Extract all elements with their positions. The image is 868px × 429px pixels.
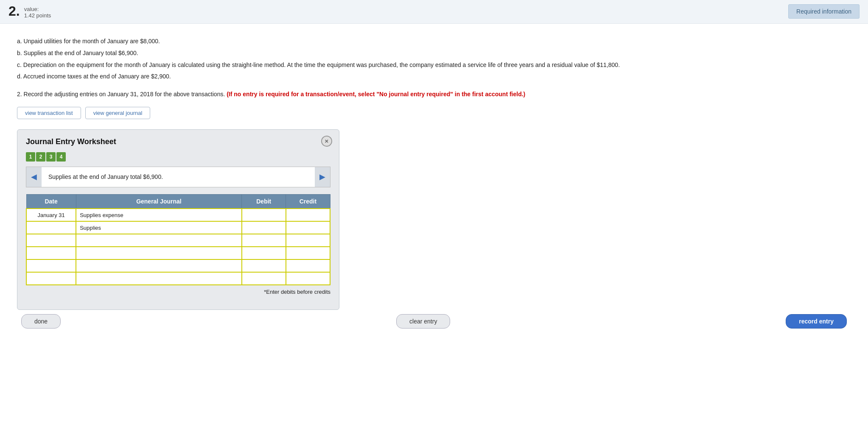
credit-cell-1[interactable] xyxy=(286,209,330,221)
table-row xyxy=(26,247,330,259)
points-value: 1.42 points xyxy=(24,12,51,19)
credit-cell-6[interactable] xyxy=(286,272,330,285)
points-info: value: 1.42 points xyxy=(24,4,51,19)
debit-cell-1[interactable] xyxy=(242,209,286,221)
record-entry-button[interactable]: record entry xyxy=(786,314,847,329)
nav-container: ◀ Supplies at the end of January total $… xyxy=(26,167,330,188)
account-cell-4[interactable] xyxy=(76,247,242,259)
step-tab-4[interactable]: 4 xyxy=(56,152,66,162)
credit-cell-5[interactable] xyxy=(286,259,330,272)
debit-cell-4[interactable] xyxy=(242,247,286,259)
instruction-d: d. Accrued income taxes at the end of Ja… xyxy=(17,72,851,82)
action-buttons: view transaction list view general journ… xyxy=(17,107,851,119)
step-tab-1[interactable]: 1 xyxy=(26,152,35,162)
main-content: a. Unpaid utilities for the month of Jan… xyxy=(0,24,868,337)
account-cell-6[interactable] xyxy=(76,272,242,285)
clear-entry-button[interactable]: clear entry xyxy=(396,314,450,329)
credit-cell-3[interactable] xyxy=(286,234,330,247)
done-button[interactable]: done xyxy=(21,314,61,329)
table-row xyxy=(26,234,330,247)
table-row: January 31 Supplies expense xyxy=(26,209,330,221)
account-cell-5[interactable] xyxy=(76,259,242,272)
view-transaction-list-button[interactable]: view transaction list xyxy=(17,107,81,119)
value-label: value: xyxy=(24,6,51,12)
date-cell-2 xyxy=(26,221,76,234)
date-cell-1: January 31 xyxy=(26,209,76,221)
debit-cell-5[interactable] xyxy=(242,259,286,272)
account-cell-1[interactable]: Supplies expense xyxy=(76,209,242,221)
step-tabs: 1 2 3 4 xyxy=(26,152,330,162)
account-cell-3[interactable] xyxy=(76,234,242,247)
view-general-journal-button[interactable]: view general journal xyxy=(85,107,151,119)
nav-next-button[interactable]: ▶ xyxy=(315,167,330,187)
debit-cell-3[interactable] xyxy=(242,234,286,247)
close-button[interactable]: × xyxy=(321,136,332,147)
nav-prev-button[interactable]: ◀ xyxy=(26,167,42,187)
table-header-row: Date General Journal Debit Credit xyxy=(26,195,330,209)
date-cell-4 xyxy=(26,247,76,259)
step-tab-2[interactable]: 2 xyxy=(36,152,45,162)
required-information-button[interactable]: Required information xyxy=(788,4,860,19)
date-header: Date xyxy=(26,195,76,209)
table-row xyxy=(26,259,330,272)
journal-table: Date General Journal Debit Credit Januar… xyxy=(26,194,330,285)
enter-note: *Enter debits before credits xyxy=(26,289,330,295)
question-instruction: 2. Record the adjusting entries on Janua… xyxy=(17,89,851,99)
instruction-b: b. Supplies at the end of January total … xyxy=(17,48,851,58)
debit-cell-2[interactable] xyxy=(242,221,286,234)
question-number: 2. xyxy=(8,4,20,18)
account-cell-2[interactable]: Supplies xyxy=(76,221,242,234)
debit-cell-6[interactable] xyxy=(242,272,286,285)
question-instruction-start: 2. Record the adjusting entries on Janua… xyxy=(17,91,225,98)
credit-cell-2[interactable] xyxy=(286,221,330,234)
step-tab-3[interactable]: 3 xyxy=(46,152,56,162)
question-instruction-red: (If no entry is required for a transacti… xyxy=(227,91,525,98)
worksheet-panel: Journal Entry Worksheet × 1 2 3 4 ◀ Supp… xyxy=(17,129,339,310)
credit-cell-4[interactable] xyxy=(286,247,330,259)
top-left: 2. value: 1.42 points xyxy=(8,4,51,19)
bottom-buttons: done clear entry record entry xyxy=(17,314,851,329)
instruction-c: c. Depreciation on the equipment for the… xyxy=(17,60,851,70)
top-bar: 2. value: 1.42 points Required informati… xyxy=(0,0,868,24)
nav-description-text: Supplies at the end of January total $6,… xyxy=(42,167,315,187)
table-row xyxy=(26,272,330,285)
instructions: a. Unpaid utilities for the month of Jan… xyxy=(17,36,851,82)
date-cell-6 xyxy=(26,272,76,285)
general-journal-header: General Journal xyxy=(76,195,242,209)
debit-header: Debit xyxy=(242,195,286,209)
table-row: Supplies xyxy=(26,221,330,234)
credit-header: Credit xyxy=(286,195,330,209)
date-cell-5 xyxy=(26,259,76,272)
instruction-a: a. Unpaid utilities for the month of Jan… xyxy=(17,36,851,47)
worksheet-title: Journal Entry Worksheet xyxy=(26,137,330,146)
date-cell-3 xyxy=(26,234,76,247)
